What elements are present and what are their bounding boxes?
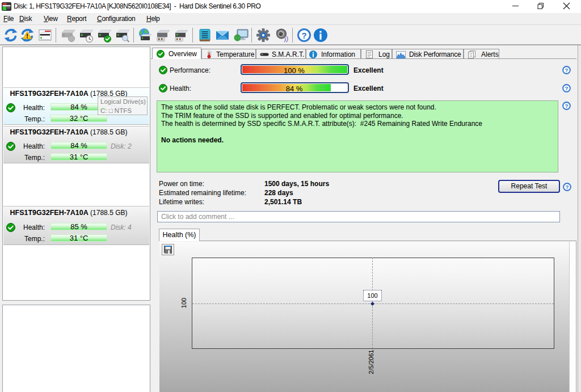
- svg-text:?: ?: [565, 103, 568, 109]
- svg-text:?: ?: [565, 85, 568, 91]
- svg-text:?: ?: [301, 31, 306, 40]
- svg-text:?: ?: [565, 184, 569, 190]
- svg-text:?: ?: [565, 67, 568, 73]
